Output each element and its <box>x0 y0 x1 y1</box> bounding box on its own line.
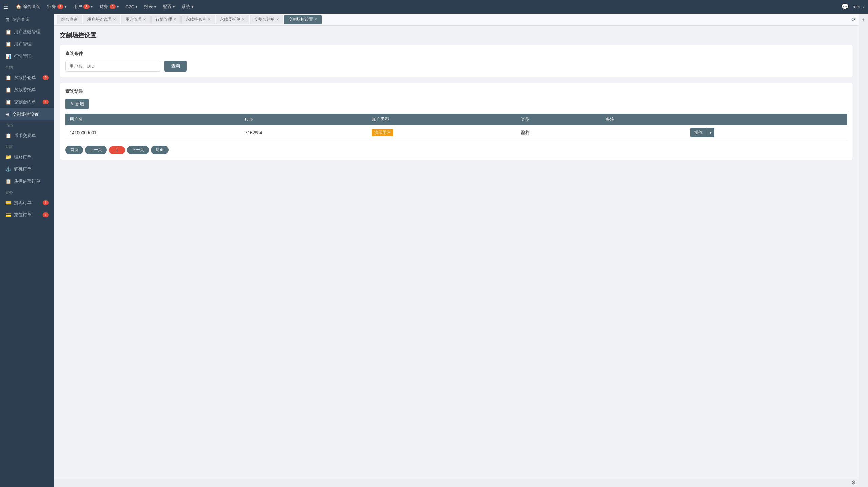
tab-perpetual[interactable]: 永续持仓单 ✕ <box>181 15 215 24</box>
tab-usermgmt[interactable]: 用户管理 ✕ <box>121 15 151 24</box>
sidebar-item-mining[interactable]: ⚓ 矿机订单 <box>0 163 54 175</box>
sidebar-item-pledge[interactable]: 📋 质押借币订单 <box>0 175 54 187</box>
nav-item-system[interactable]: 系统 ▾ <box>178 0 197 14</box>
tab-label-usermgmt: 用户管理 <box>125 17 142 22</box>
page-current[interactable]: 1 <box>109 146 125 154</box>
top-nav-right: 💬 root ▾ <box>841 3 865 11</box>
sidebar-item-dashboard[interactable]: ⊞ 综合查询 <box>0 14 54 26</box>
cell-action: 操作 ▾ <box>686 125 847 140</box>
tab-label-perpetual2: 永续委托单 <box>220 17 240 22</box>
gear-icon[interactable]: ⚙ <box>851 479 856 486</box>
nav-item-dashboard[interactable]: 🏠 综合查询 <box>12 0 44 14</box>
page-last[interactable]: 尾页 <box>151 146 169 154</box>
menu-icon[interactable]: ☰ <box>3 4 8 10</box>
sidebar-label-withdraw: 提现订单 <box>14 200 39 206</box>
refresh-icon[interactable]: ⟳ <box>851 16 856 23</box>
sidebar-item-cointrading[interactable]: 📋 币币交易单 <box>0 129 54 142</box>
query-input[interactable] <box>65 61 160 72</box>
cell-account-type: 演示用户 <box>368 125 517 140</box>
tab-close-contract[interactable]: ✕ <box>276 17 279 22</box>
sidebar-item-usermgmt[interactable]: 📋 用户管理 <box>0 38 54 50</box>
nav-label-system: 系统 <box>181 4 190 10</box>
home-icon: 🏠 <box>16 4 21 9</box>
tab-market[interactable]: 行情管理 ✕ <box>151 15 181 24</box>
add-button[interactable]: ✎ 新增 <box>65 99 89 109</box>
nav-item-business[interactable]: 业务 3 ▾ <box>44 0 70 14</box>
result-section-label: 查询结果 <box>65 88 847 95</box>
sidebar-item-recharge[interactable]: 💳 充值订单 1 <box>0 209 54 221</box>
right-tool-plus[interactable]: ＋ <box>861 16 866 23</box>
nav-item-report[interactable]: 报表 ▾ <box>141 0 159 14</box>
cell-username: 14100000001 <box>65 125 241 140</box>
badge-withdraw: 1 <box>43 200 49 205</box>
tab-close-usermgmt[interactable]: ✕ <box>143 17 146 22</box>
sidebar-label-tradingsetting: 交割场控设置 <box>12 111 49 117</box>
doc-icon-contract: 📋 <box>5 99 11 105</box>
nav-badge-finance: 2 <box>110 4 116 9</box>
th-remark: 备注 <box>601 114 686 125</box>
tab-userbase[interactable]: 用户基础管理 ✕ <box>83 15 120 24</box>
user-arrow: ▾ <box>863 5 865 9</box>
tab-dashboard[interactable]: 综合查询 <box>57 15 82 24</box>
nav-label-report: 报表 <box>144 4 153 10</box>
sidebar-item-tradingsetting[interactable]: ⊞ 交割场控设置 <box>0 108 54 120</box>
sidebar-label-recharge: 充值订单 <box>14 212 39 218</box>
page-prev[interactable]: 上一页 <box>85 146 107 154</box>
sidebar-label-contract: 交割合约单 <box>14 99 39 105</box>
tab-close-perpetual2[interactable]: ✕ <box>242 17 245 22</box>
sidebar-item-perpetual2[interactable]: 📋 永续委托单 <box>0 84 54 96</box>
chat-icon[interactable]: 💬 <box>841 3 849 11</box>
sidebar-label-pledge: 质押借币订单 <box>14 178 49 184</box>
account-type-tag: 演示用户 <box>372 129 393 136</box>
tab-close-tradingsetting[interactable]: ✕ <box>314 17 317 22</box>
page-next[interactable]: 下一页 <box>127 146 149 154</box>
page-first[interactable]: 首页 <box>65 146 83 154</box>
sidebar-item-market[interactable]: 📊 行情管理 <box>0 50 54 62</box>
nav-arrow-finance: ▾ <box>117 5 119 9</box>
tab-close-market[interactable]: ✕ <box>173 17 176 22</box>
sidebar-item-contract[interactable]: 📋 交割合约单 1 <box>0 96 54 108</box>
query-row: 查询 <box>65 61 847 72</box>
nav-item-config[interactable]: 配置 ▾ <box>159 0 178 14</box>
th-account-type: 账户类型 <box>368 114 517 125</box>
action-dropdown-button[interactable]: ▾ <box>707 128 714 137</box>
card-icon-recharge: 💳 <box>5 212 11 218</box>
action-button[interactable]: 操作 <box>690 128 707 137</box>
tab-perpetual2[interactable]: 永续委托单 ✕ <box>216 15 249 24</box>
tab-label-dashboard: 综合查询 <box>61 17 78 22</box>
table-header-row: 用户名 UID 账户类型 类型 备注 <box>65 114 847 125</box>
grid-icon-trading: ⊞ <box>5 111 9 117</box>
sidebar-item-userbase[interactable]: 📋 用户基础管理 <box>0 26 54 38</box>
sidebar-item-wealth[interactable]: 📁 理财订单 <box>0 151 54 163</box>
user-label[interactable]: root ▾ <box>853 4 865 9</box>
tab-label-perpetual: 永续持仓单 <box>186 17 206 22</box>
sidebar-item-perpetual[interactable]: 📋 永续持仓单 2 <box>0 72 54 84</box>
tab-tradingsetting[interactable]: 交割场控设置 ✕ <box>284 15 322 24</box>
nav-item-user[interactable]: 用户 3 ▾ <box>70 0 96 14</box>
grid-icon: ⊞ <box>5 17 9 22</box>
tab-contract[interactable]: 交割合约单 ✕ <box>250 15 283 24</box>
sidebar-label-cointrading: 币币交易单 <box>14 133 49 139</box>
badge-recharge: 1 <box>43 212 49 217</box>
username-text: root <box>853 4 860 9</box>
sidebar-label-perpetual: 永续持仓单 <box>14 75 39 81</box>
result-panel: 查询结果 ✎ 新增 用户名 UID 账户类型 类型 备注 <box>60 83 853 160</box>
nav-item-finance[interactable]: 财务 2 ▾ <box>96 0 122 14</box>
th-type: 类型 <box>517 114 601 125</box>
anchor-icon: ⚓ <box>5 166 11 172</box>
top-nav: ☰ 🏠 综合查询 业务 3 ▾ 用户 3 ▾ 财务 2 ▾ C2C ▾ 报表 ▾ <box>0 0 868 14</box>
tab-close-userbase[interactable]: ✕ <box>113 17 116 22</box>
nav-label-dashboard: 综合查询 <box>23 4 40 10</box>
sidebar-item-withdraw[interactable]: 💳 提现订单 1 <box>0 197 54 209</box>
folder-icon: 📁 <box>5 154 11 160</box>
nav-badge-business: 3 <box>57 4 63 9</box>
nav-items: 🏠 综合查询 业务 3 ▾ 用户 3 ▾ 财务 2 ▾ C2C ▾ 报表 ▾ 配… <box>12 0 841 14</box>
nav-arrow-config: ▾ <box>173 5 175 9</box>
doc-icon-userbase: 📋 <box>5 29 11 35</box>
nav-arrow-system: ▾ <box>192 5 193 9</box>
nav-item-c2c[interactable]: C2C ▾ <box>122 0 141 14</box>
tab-close-perpetual[interactable]: ✕ <box>208 17 211 22</box>
nav-label-config: 配置 <box>163 4 172 10</box>
query-button[interactable]: 查询 <box>164 61 187 72</box>
badge-contract: 1 <box>43 100 49 104</box>
